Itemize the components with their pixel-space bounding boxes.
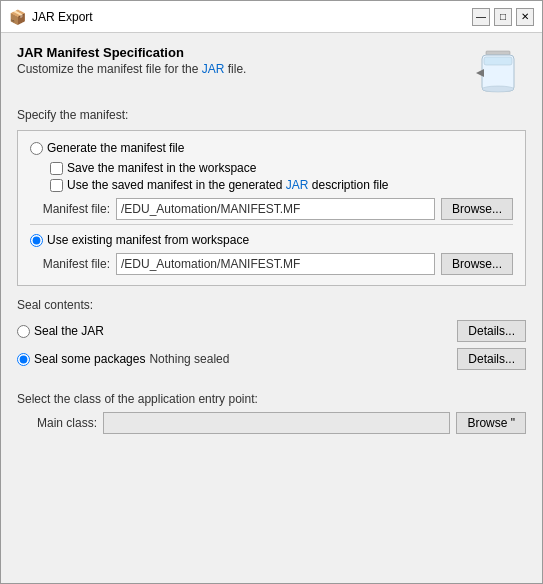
manifest-file-2-row: Manifest file: Browse...	[30, 253, 513, 275]
seal-section: Seal contents: Seal the JAR Details... S…	[17, 298, 526, 376]
jar-icon	[474, 45, 522, 100]
seal-some-details-button[interactable]: Details...	[457, 348, 526, 370]
use-existing-radio-label: Use existing manifest from workspace	[47, 233, 249, 247]
specify-label: Specify the manifest:	[17, 108, 526, 122]
generate-radio-row: Generate the manifest file	[30, 141, 513, 155]
svg-marker-4	[476, 69, 484, 77]
title-bar: 📦 JAR Export — □ ✕	[1, 1, 542, 33]
manifest-group: Generate the manifest file Save the mani…	[17, 130, 526, 286]
seal-jar-row: Seal the JAR Details...	[17, 320, 526, 342]
use-saved-checkbox-label: Use the saved manifest in the generated …	[67, 178, 389, 192]
manifest-file-2-label: Manifest file:	[30, 257, 110, 271]
maximize-button[interactable]: □	[494, 8, 512, 26]
seal-title: Seal contents:	[17, 298, 526, 312]
header-text: JAR Manifest Specification Customize the…	[17, 45, 246, 76]
manifest-file-1-input[interactable]	[116, 198, 435, 220]
use-saved-checkbox-row: Use the saved manifest in the generated …	[50, 178, 513, 192]
main-content: JAR Manifest Specification Customize the…	[1, 33, 542, 583]
jar-export-window: 📦 JAR Export — □ ✕ JAR Manifest Specific…	[0, 0, 543, 584]
seal-some-row: Seal some packages Nothing sealed Detail…	[17, 348, 526, 370]
window-controls: — □ ✕	[472, 8, 534, 26]
svg-point-3	[482, 86, 514, 92]
svg-rect-2	[484, 57, 512, 65]
use-existing-radio-row: Use existing manifest from workspace	[30, 233, 513, 247]
nothing-sealed-text: Nothing sealed	[149, 352, 229, 366]
manifest-file-1-browse-button[interactable]: Browse...	[441, 198, 513, 220]
section-divider	[30, 224, 513, 225]
manifest-file-2-input[interactable]	[116, 253, 435, 275]
generate-radio-label: Generate the manifest file	[47, 141, 184, 155]
seal-jar-radio[interactable]	[17, 325, 30, 338]
seal-some-label: Seal some packages	[34, 352, 145, 366]
svg-rect-0	[486, 51, 510, 55]
seal-jar-details-button[interactable]: Details...	[457, 320, 526, 342]
close-button[interactable]: ✕	[516, 8, 534, 26]
entry-section: Select the class of the application entr…	[17, 392, 526, 434]
use-saved-checkbox[interactable]	[50, 179, 63, 192]
main-class-browse-button[interactable]: Browse "	[456, 412, 526, 434]
minimize-button[interactable]: —	[472, 8, 490, 26]
seal-jar-label: Seal the JAR	[34, 324, 104, 338]
window-icon: 📦	[9, 9, 26, 25]
save-checkbox-row: Save the manifest in the workspace	[50, 161, 513, 175]
manifest-file-1-label: Manifest file:	[30, 202, 110, 216]
save-checkbox-label: Save the manifest in the workspace	[67, 161, 256, 175]
page-title: JAR Manifest Specification	[17, 45, 246, 60]
save-checkbox[interactable]	[50, 162, 63, 175]
use-existing-section: Use existing manifest from workspace Man…	[30, 233, 513, 275]
window-title: JAR Export	[32, 10, 472, 24]
main-class-label: Main class:	[17, 416, 97, 430]
manifest-file-2-browse-button[interactable]: Browse...	[441, 253, 513, 275]
entry-title: Select the class of the application entr…	[17, 392, 526, 406]
page-header: JAR Manifest Specification Customize the…	[17, 45, 526, 100]
generate-radio[interactable]	[30, 142, 43, 155]
main-class-row: Main class: Browse "	[17, 412, 526, 434]
manifest-file-1-row: Manifest file: Browse...	[30, 198, 513, 220]
main-class-input[interactable]	[103, 412, 450, 434]
page-subtitle: Customize the manifest file for the JAR …	[17, 62, 246, 76]
use-existing-radio[interactable]	[30, 234, 43, 247]
seal-some-radio[interactable]	[17, 353, 30, 366]
